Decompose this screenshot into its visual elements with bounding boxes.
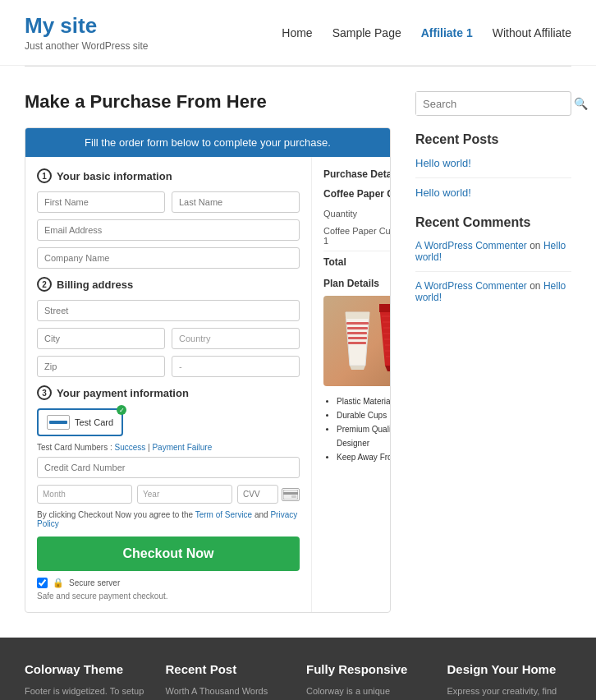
cvv-input[interactable] [237,485,278,504]
site-header: My site Just another WordPress site Home… [0,0,596,66]
check-badge: ✓ [117,405,126,415]
last-name-input[interactable] [172,191,300,213]
svg-rect-6 [348,337,367,339]
main-nav: Home Sample Page Affiliate 1 Without Aff… [282,26,571,39]
comment-divider [415,271,571,272]
nav-without-affiliate[interactable]: Without Affiliate [493,26,571,39]
site-title: My site [25,13,149,39]
post-link-2[interactable]: Hello world! [415,187,571,199]
first-name-input[interactable] [37,191,165,213]
recent-comments-title: Recent Comments [415,215,571,230]
company-row [37,247,300,269]
city-input[interactable] [37,328,165,349]
feature-item: Durable Cups [337,408,391,422]
year-select[interactable]: Year [137,485,232,504]
quantity-row: Quantity [323,206,391,221]
secure-row: 🔒 Secure server [37,578,300,588]
main-container: Make a Purchase From Here Fill the order… [0,67,596,638]
test-card-note: Test Card Numbers : Success | Payment Fa… [37,443,300,452]
site-footer: Colorway Theme Footer is widgetized. To … [0,638,596,700]
footer-widget-text-2: Worth A Thousand Words Category Hierarch… [166,684,291,700]
card-icon [47,415,70,430]
comment-on-2: on [530,280,540,292]
name-row [37,191,300,213]
content-area: Make a Purchase From Here Fill the order… [25,91,391,613]
nav-sample-page[interactable]: Sample Page [332,26,401,39]
email-input[interactable] [37,219,300,241]
card-button[interactable]: Test Card ✓ [37,408,123,436]
feature-item: Premium Quality Designer [337,422,391,450]
street-input[interactable] [37,300,300,321]
safe-note: Safe and secure payment checkout. [37,592,300,601]
plan-details-title: Plan Details [323,278,391,289]
cvv-wrap [237,485,300,504]
success-link[interactable]: Success [114,443,145,452]
cc-number-input[interactable] [37,457,300,478]
search-input[interactable] [416,92,567,115]
cvv-icon [282,488,300,501]
footer-widget-text-3: Colorway is a unique responsive WordPres… [306,684,431,700]
svg-rect-1 [283,492,298,495]
terms-note: By clicking Checkout Now you agree to th… [37,510,300,528]
footer-widget-title-3: Fully Responsive [306,662,431,676]
comment-item-2: A WordPress Commenter on Hello world! [415,280,571,303]
feature-item: Plastic Material [337,394,391,408]
secure-label: Secure server [69,578,120,587]
comment-item-1: A WordPress Commenter on Hello world! [415,240,571,263]
feature-item: Keep Away From Fire. [337,450,391,464]
terms-link[interactable]: Term of Service [195,510,252,519]
form-left-column: 1 Your basic information [25,157,312,612]
sidebar-divider [415,177,571,178]
footer-widget-title-2: Recent Post [166,662,291,676]
country-select[interactable]: Country [172,328,300,349]
expiry-row: Month Year [37,485,300,504]
svg-rect-5 [347,332,367,334]
step2-label: Billing address [57,279,133,291]
svg-rect-4 [347,327,368,329]
form-header: Fill the order form below to complete yo… [25,128,390,157]
footer-widget-title-4: Design Your Home [447,662,572,676]
recent-posts-section: Recent Posts Hello world! Hello world! [415,132,571,199]
nav-affiliate1[interactable]: Affiliate 1 [421,26,473,39]
search-button[interactable]: 🔍 [567,92,594,115]
total-row: Total $5.00 [323,251,391,268]
street-row [37,300,300,321]
form-right-column: Purchase Details Coffee Paper Cups Quant… [312,157,391,612]
zip-select[interactable]: - [172,356,300,377]
post-link-1[interactable]: Hello world! [415,157,571,169]
nav-home[interactable]: Home [282,26,312,39]
zip-input[interactable] [37,356,165,377]
recent-posts-title: Recent Posts [415,132,571,147]
footer-widget-text-4: Express your creativity, find inspiratio… [447,684,572,700]
checkout-button[interactable]: Checkout Now [37,537,300,571]
step1-label: Your basic information [57,170,172,182]
svg-rect-7 [348,342,366,344]
step3-title: 3 Your payment information [37,385,300,400]
city-country-row: Country [37,328,300,349]
purchase-details-title: Purchase Details [323,168,391,180]
zip-row: - [37,356,300,377]
search-box: 🔍 [415,91,571,116]
product-image [323,296,391,386]
commenter-1[interactable]: A WordPress Commenter [415,240,527,251]
product-name: Coffee Paper Cups [323,188,391,200]
lock-icon: 🔒 [53,578,64,588]
step1-circle: 1 [37,168,52,183]
footer-widget-1: Colorway Theme Footer is widgetized. To … [25,662,149,700]
card-label: Test Card [75,417,113,427]
month-select[interactable]: Month [37,485,132,504]
quantity-label: Quantity [323,209,357,219]
company-input[interactable] [37,247,300,269]
site-tagline: Just another WordPress site [25,40,149,52]
footer-widget-text-1: Footer is widgetized. To setup the foote… [25,684,149,700]
commenter-2[interactable]: A WordPress Commenter [415,280,527,292]
total-label: Total [323,256,346,268]
line-item-label: Coffee Paper Cup x 1 [323,226,391,246]
footer-widget-4: Design Your Home Express your creativity… [447,662,572,700]
step2-circle: 2 [37,277,52,292]
footer-widget-title-1: Colorway Theme [25,662,149,676]
comment-on-1: on [530,240,540,251]
recent-comments-section: Recent Comments A WordPress Commenter on… [415,215,571,303]
secure-checkbox[interactable] [37,578,48,588]
failure-link[interactable]: Payment Failure [152,443,212,452]
